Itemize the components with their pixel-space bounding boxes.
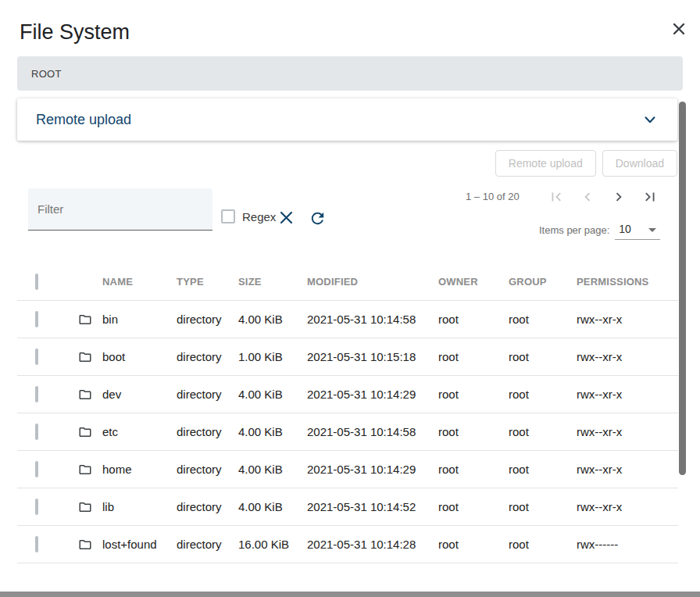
row-checkbox[interactable] [35,536,38,552]
dialog-title: File System [20,20,130,45]
cell-modified: 2021-05-31 10:14:28 [307,538,438,551]
cell-group: root [509,538,577,551]
cell-name: dev [102,388,177,401]
row-checkbox[interactable] [35,349,38,365]
vertical-scrollbar[interactable] [679,102,686,475]
items-per-page-label: Items per page: [539,222,609,236]
regex-checkbox[interactable] [221,209,235,223]
cell-group: root [509,350,577,363]
last-page-icon [641,188,659,206]
folder-icon [78,538,92,552]
cell-group: root [509,425,577,438]
chevron-right-icon [610,188,627,206]
cell-permissions: rwx--xr-x [577,388,678,401]
cell-name: lib [102,500,177,513]
folder-icon [78,388,92,402]
last-page-button[interactable] [634,181,666,213]
cell-owner: root [438,538,509,551]
horizontal-scrollbar[interactable] [0,592,700,597]
select-all-checkbox[interactable] [35,273,38,290]
cell-permissions: rwx--xr-x [577,313,678,326]
close-button[interactable] [670,20,688,38]
chevron-left-icon [579,188,596,206]
cell-permissions: rwx------ [577,538,678,551]
cell-name: lost+found [102,538,177,551]
cell-owner: root [438,425,509,438]
table-row[interactable]: home directory 4.00 KiB 2021-05-31 10:14… [17,451,678,488]
cell-size: 4.00 KiB [238,313,307,326]
cell-modified: 2021-05-31 10:14:52 [307,500,438,513]
cell-group: root [509,313,577,326]
column-header-size[interactable]: SIZE [238,276,307,288]
cell-type: directory [177,538,238,551]
column-header-group[interactable]: GROUP [509,276,577,288]
cell-name: home [102,463,177,476]
cell-size: 4.00 KiB [238,388,307,401]
cell-permissions: rwx--xr-x [577,463,678,476]
cell-type: directory [177,425,238,438]
table-row[interactable]: etc directory 4.00 KiB 2021-05-31 10:14:… [17,413,678,451]
cell-type: directory [177,313,238,326]
row-checkbox[interactable] [35,499,38,515]
cell-size: 16.00 KiB [238,538,307,551]
table-row[interactable]: bin directory 4.00 KiB 2021-05-31 10:14:… [17,301,678,338]
cell-size: 4.00 KiB [238,425,307,438]
column-header-name[interactable]: NAME [102,276,177,288]
table-row[interactable]: boot directory 1.00 KiB 2021-05-31 10:15… [17,338,678,376]
column-header-owner[interactable]: OWNER [438,276,509,288]
filter-input[interactable] [28,188,212,231]
cell-name: boot [102,350,177,363]
cell-name: etc [102,425,177,438]
refresh-button[interactable] [306,207,328,229]
table-row[interactable]: lost+found directory 16.00 KiB 2021-05-3… [17,526,678,563]
row-checkbox[interactable] [35,461,38,477]
download-button[interactable]: Download [602,150,677,177]
cell-modified: 2021-05-31 10:14:29 [307,463,438,476]
items-per-page: Items per page: 10 [539,222,660,240]
cell-owner: root [438,388,509,401]
page-size-value: 10 [619,223,631,235]
breadcrumb-root[interactable]: ROOT [31,68,62,80]
row-checkbox[interactable] [35,424,38,440]
dropdown-arrow-icon [648,228,656,232]
cell-owner: root [438,463,509,476]
remote-upload-button[interactable]: Remote upload [495,150,596,177]
remote-upload-panel-header[interactable]: Remote upload [17,98,677,141]
row-checkbox[interactable] [35,386,38,402]
cell-owner: root [438,350,509,363]
action-buttons: Remote upload Download [17,150,677,177]
next-page-button[interactable] [603,181,634,213]
folder-icon [78,350,92,364]
column-header-modified[interactable]: MODIFIED [307,276,438,288]
cell-size: 4.00 KiB [238,463,307,476]
cell-modified: 2021-05-31 10:14:58 [307,425,438,438]
chevron-down-icon [641,111,659,128]
cell-permissions: rwx--xr-x [577,350,678,363]
regex-option: Regex [221,209,276,223]
table-row[interactable]: dev directory 4.00 KiB 2021-05-31 10:14:… [17,376,678,413]
remote-upload-panel-title: Remote upload [36,112,131,128]
cell-owner: root [438,500,509,513]
cell-type: directory [177,388,238,401]
paginator-range-label: 1 – 10 of 20 [466,191,520,202]
breadcrumb[interactable]: ROOT [17,56,683,91]
cell-permissions: rwx--xr-x [577,500,678,513]
cell-name: bin [102,313,177,326]
cell-modified: 2021-05-31 10:15:18 [307,350,438,363]
folder-icon [78,425,92,439]
folder-icon [78,500,92,514]
row-checkbox[interactable] [35,311,38,327]
file-table: NAME TYPE SIZE MODIFIED OWNER GROUP PERM… [17,263,678,563]
previous-page-button[interactable] [572,181,603,213]
table-row[interactable]: lib directory 4.00 KiB 2021-05-31 10:14:… [17,488,678,526]
column-header-permissions[interactable]: PERMISSIONS [577,276,678,288]
cell-group: root [509,388,577,401]
first-page-icon [548,188,565,206]
cell-type: directory [177,500,238,513]
regex-label: Regex [242,210,276,223]
column-header-type[interactable]: TYPE [177,276,238,288]
refresh-icon [309,209,327,227]
first-page-button[interactable] [541,181,572,213]
page-size-select[interactable]: 10 [615,222,660,240]
clear-filter-button[interactable] [275,206,297,228]
